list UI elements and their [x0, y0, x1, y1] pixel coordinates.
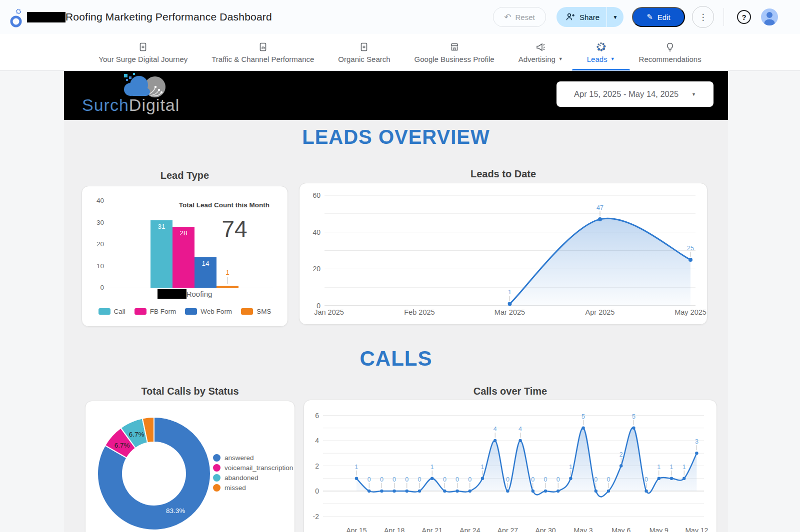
surchdigital-logo: SurchDigital [81, 72, 196, 119]
document-icon [358, 41, 370, 52]
svg-text:0: 0 [594, 476, 598, 483]
svg-text:0: 0 [644, 476, 648, 483]
legend-item-voicemail_transcription[interactable]: voicemail_transcription [213, 464, 293, 472]
svg-text:-2: -2 [313, 513, 320, 521]
svg-text:0: 0 [443, 476, 446, 483]
tab-label: Your Surge Digital Journey [98, 55, 188, 63]
tab-recommendations[interactable]: Recommendations [639, 34, 702, 70]
legend-label: voicemail_transcription [224, 464, 293, 472]
bar-call[interactable] [150, 220, 172, 288]
calls-over-time-line-chart[interactable]: 6420-2Apr 15Apr 18Apr 21Apr 24Apr 27Apr … [304, 400, 717, 532]
chart-title-total-calls-by-status: Total Calls by Status [85, 386, 295, 397]
svg-text:5: 5 [582, 413, 585, 420]
top-app-bar: Roofing Marketing Performance Dashboard … [0, 0, 800, 34]
calls-over-time-line-chart-card[interactable]: 6420-2Apr 15Apr 18Apr 21Apr 24Apr 27Apr … [304, 400, 717, 532]
legend-label: FB Form [150, 308, 176, 315]
svg-text:Apr 21: Apr 21 [422, 527, 442, 532]
report-title-text: Roofing Marketing Performance Dashboard [66, 11, 272, 23]
sparkle-icon [596, 41, 606, 52]
looker-studio-logo-icon [8, 7, 28, 29]
more-options-button[interactable]: ⋮ [692, 6, 714, 28]
legend-swatch [134, 308, 146, 315]
tab-traffic-channel-performance[interactable]: Traffic & Channel Performance [212, 34, 314, 70]
legend-item-sms[interactable]: SMS [241, 308, 271, 315]
svg-text:0: 0 [468, 476, 472, 483]
legend-label: missed [224, 484, 246, 492]
bar-value-label: 31 [150, 223, 172, 230]
tab-label: Organic Search [338, 55, 390, 63]
date-range-value: Apr 15, 2025 - May 14, 2025 [574, 89, 678, 99]
brand-secondary: Digital [129, 95, 180, 114]
tab-leads[interactable]: Leads▼ [587, 34, 615, 70]
svg-text:0: 0 [556, 476, 560, 483]
svg-text:1: 1 [430, 464, 434, 471]
chart-document-icon [258, 41, 268, 52]
avatar[interactable] [761, 8, 778, 25]
date-range-select[interactable]: Apr 15, 2025 - May 14, 2025 ▼ [556, 81, 714, 107]
tab-google-business-profile[interactable]: Google Business Profile [414, 34, 494, 70]
topbar-divider [724, 8, 724, 26]
svg-text:0: 0 [315, 487, 319, 495]
x-axis-category: Roofing [82, 289, 288, 299]
svg-text:0: 0 [544, 476, 548, 483]
legend-item-web-form[interactable]: Web Form [185, 308, 232, 315]
label-leader-line [228, 277, 228, 284]
legend-item-abandoned[interactable]: abandoned [213, 474, 293, 482]
bar-value-label: 1 [216, 269, 238, 276]
y-axis-tick: 40 [89, 197, 104, 204]
help-icon[interactable]: ? [737, 10, 751, 24]
legend-item-call[interactable]: Call [98, 308, 126, 315]
tab-label: Leads [587, 55, 608, 63]
legend-item-fb-form[interactable]: FB Form [134, 308, 176, 315]
svg-text:60: 60 [312, 191, 320, 199]
share-button[interactable]: Share [556, 7, 606, 27]
svg-text:SurchDigital: SurchDigital [82, 95, 180, 114]
svg-text:May 12: May 12 [685, 527, 708, 532]
tab-label: Google Business Profile [414, 55, 494, 63]
tab-organic-search[interactable]: Organic Search [338, 34, 390, 70]
legend-dot [213, 474, 220, 482]
svg-text:0: 0 [531, 476, 534, 483]
legend-item-answered[interactable]: answered [213, 454, 293, 462]
legend-label: Call [114, 308, 126, 315]
brand-primary: Surch [82, 95, 129, 114]
svg-text:1: 1 [670, 464, 674, 471]
svg-text:Apr 30: Apr 30 [535, 527, 556, 532]
page-tabs: Your Surge Digital Journey Traffic & Cha… [0, 34, 800, 71]
svg-text:May 6: May 6 [612, 527, 630, 532]
chart-title-calls-over-time: Calls over Time [304, 386, 717, 397]
share-options-caret[interactable]: ▼ [606, 7, 624, 27]
svg-text:6: 6 [315, 412, 319, 420]
svg-text:40: 40 [312, 228, 320, 236]
calls-by-status-donut-card[interactable]: 83.3%6.7%6.7% answeredvoicemail_transcri… [85, 401, 295, 532]
svg-text:1: 1 [569, 464, 572, 471]
legend-swatch [185, 308, 197, 315]
svg-text:4: 4 [494, 426, 497, 433]
svg-text:6.7%: 6.7% [114, 442, 130, 449]
svg-text:Apr 18: Apr 18 [384, 527, 404, 532]
looker-studio-dashboard: Roofing Marketing Performance Dashboard … [0, 0, 800, 532]
svg-text:25: 25 [687, 245, 694, 252]
chevron-down-icon: ▼ [558, 56, 563, 61]
svg-text:0: 0 [418, 476, 422, 483]
svg-text:1: 1 [508, 289, 512, 296]
pencil-icon: ✎ [646, 12, 653, 21]
tab-advertising[interactable]: Advertising▼ [518, 34, 563, 70]
tab-your-surge-digital-journey[interactable]: Your Surge Digital Journey [98, 34, 188, 70]
lead-type-bar-chart-card[interactable]: 4030201003128141 Total Lead Count this M… [82, 186, 288, 327]
legend-item-missed[interactable]: missed [213, 484, 293, 492]
svg-text:May 3: May 3 [574, 527, 593, 532]
leads-to-date-line-chart-card[interactable]: 6040200Jan 2025Feb 2025Mar 2025Apr 2025M… [299, 183, 708, 325]
legend-label: Web Form [200, 308, 232, 315]
svg-text:1: 1 [657, 464, 660, 471]
svg-text:20: 20 [312, 265, 320, 273]
chevron-down-icon: ▼ [692, 92, 696, 97]
svg-text:Apr 27: Apr 27 [498, 527, 518, 532]
svg-text:0: 0 [368, 476, 371, 483]
svg-text:May 9: May 9 [650, 527, 668, 532]
edit-button[interactable]: ✎ Edit [632, 7, 685, 27]
svg-text:Mar 2025: Mar 2025 [494, 308, 525, 316]
leads-to-date-line-chart[interactable]: 6040200Jan 2025Feb 2025Mar 2025Apr 2025M… [300, 183, 708, 325]
report-header-banner: SurchDigital Apr 15, 2025 - May 14, 2025… [64, 71, 728, 120]
reset-button[interactable]: ↶ Reset [493, 7, 546, 27]
